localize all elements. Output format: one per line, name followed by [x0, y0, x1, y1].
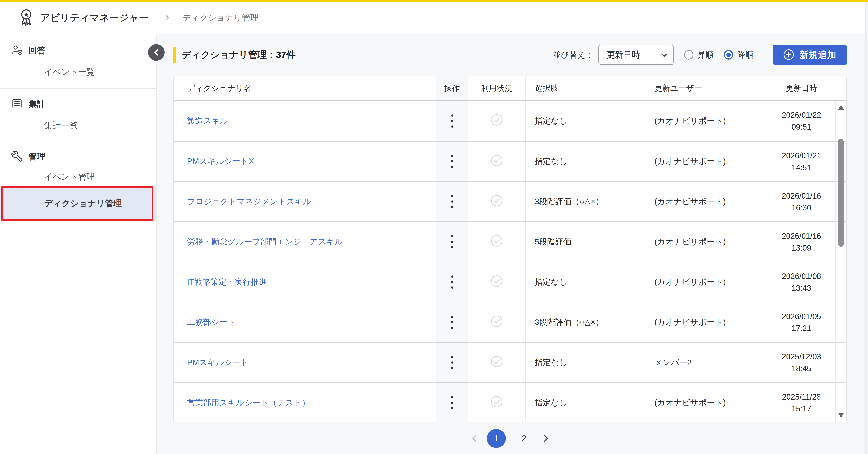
updated-user-cell: (カオナビサポート)	[645, 141, 766, 181]
dictionary-name-link[interactable]: 営業部用スキルシート（テスト）	[187, 397, 310, 408]
kebab-menu-icon[interactable]	[449, 273, 455, 291]
pagination: 1 2	[173, 427, 847, 450]
dictionary-name-link[interactable]: 製造スキル	[187, 116, 228, 126]
dictionary-name-link[interactable]: IT戦略策定・実行推進	[187, 277, 267, 287]
sidebar-item-dictionary-management[interactable]: ディクショナリ管理	[0, 188, 156, 219]
updated-at-cell: 2026/01/2209:51	[766, 101, 837, 141]
sort-label: 並び替え：	[553, 50, 594, 60]
triangle-down-icon[interactable]	[838, 413, 844, 418]
breadcrumb: アビリティマネージャー ディクショナリ管理	[19, 8, 258, 27]
sidebar-section-label: 回答	[28, 45, 45, 56]
pagination-next-icon[interactable]	[541, 435, 548, 442]
plus-circle-icon	[783, 49, 795, 61]
kebab-menu-icon[interactable]	[449, 112, 455, 130]
sidebar-section-management[interactable]: 管理	[0, 148, 156, 166]
kebab-menu-icon[interactable]	[449, 394, 455, 411]
updated-user-cell: (カオナビサポート)	[645, 302, 766, 342]
sidebar-section-label: 集計	[28, 98, 45, 110]
vertical-divider	[763, 45, 763, 64]
pagination-page-1[interactable]: 1	[487, 429, 506, 448]
dictionary-table-card: ディクショナリ名 操作 利用状況 選択肢 更新ユーザー 更新日時 製造スキル 指…	[173, 76, 847, 422]
choices-cell: 指定なし	[525, 262, 645, 302]
check-circle-icon	[491, 396, 503, 410]
table-row: PMスキルシート 指定なし メンバー2 2025/12/0318:45	[174, 342, 846, 382]
updated-at-cell: 2026/01/0517:21	[766, 302, 837, 342]
dictionary-name-link[interactable]: PMスキルシートX	[187, 156, 254, 167]
ascending-label: 昇順	[698, 50, 714, 60]
page-header: ディクショナリ管理：37件 並び替え： 更新日時 昇順 降順	[173, 44, 847, 66]
updated-at-cell: 2026/01/2114:51	[766, 141, 837, 181]
sort-field-value: 更新日時	[607, 49, 640, 61]
sidebar-collapse-button[interactable]	[148, 44, 164, 61]
pagination-page-2[interactable]: 2	[515, 429, 533, 448]
choices-cell: 指定なし	[525, 141, 645, 181]
sidebar-item-event-list[interactable]: イベント一覧	[0, 61, 156, 83]
dictionary-name-link[interactable]: プロジェクトマネジメントスキル	[187, 196, 311, 207]
kebab-menu-icon[interactable]	[449, 354, 455, 371]
pagination-prev-icon[interactable]	[472, 435, 479, 442]
radio-checked-icon	[724, 50, 733, 60]
triangle-up-icon[interactable]	[838, 105, 844, 109]
column-header-updated-user: 更新ユーザー	[645, 76, 766, 100]
sidebar-item-event-management[interactable]: イベント管理	[0, 166, 156, 188]
sidebar-item-label: イベント一覧	[44, 66, 95, 77]
column-header-choices: 選択肢	[525, 76, 645, 100]
table-row: IT戦略策定・実行推進 指定なし (カオナビサポート) 2026/01/0813…	[174, 262, 846, 302]
table-row: 製造スキル 指定なし (カオナビサポート) 2026/01/2209:51	[174, 101, 846, 141]
column-header-actions: 操作	[436, 76, 468, 100]
page-title: ディクショナリ管理：37件	[182, 49, 296, 61]
choices-cell: 5段階評価	[525, 222, 645, 262]
content-area: ディクショナリ管理：37件 並び替え： 更新日時 昇順 降順	[157, 34, 868, 454]
updated-at-cell: 2026/01/1616:30	[766, 182, 837, 221]
check-circle-icon	[491, 114, 503, 128]
table-row: 営業部用スキルシート（テスト） 指定なし (カオナビサポート) 2025/11/…	[174, 382, 846, 422]
updated-at-cell: 2025/11/2815:17	[766, 383, 837, 422]
kebab-menu-icon[interactable]	[449, 153, 455, 170]
updated-user-cell: (カオナビサポート)	[645, 101, 766, 141]
add-new-button[interactable]: 新規追加	[773, 44, 847, 65]
choices-cell: 指定なし	[525, 343, 645, 382]
person-check-icon	[11, 44, 23, 56]
dictionary-name-link[interactable]: 労務・勤怠グループ部門エンジニアスキル	[187, 236, 343, 247]
sidebar-item-label: ディクショナリ管理	[0, 198, 122, 209]
app-title[interactable]: アビリティマネージャー	[40, 11, 149, 24]
dictionary-name-link[interactable]: 工務部シート	[187, 317, 236, 328]
sort-descending-radio[interactable]: 降順	[724, 50, 753, 60]
kebab-menu-icon[interactable]	[449, 193, 455, 210]
sidebar-item-aggregation-list[interactable]: 集計一覧	[0, 114, 156, 137]
sort-field-dropdown[interactable]: 更新日時	[598, 45, 674, 65]
page-scrollbar[interactable]	[865, 2, 868, 454]
chevron-down-icon	[661, 52, 667, 57]
kebab-menu-icon[interactable]	[449, 233, 455, 250]
sort-controls: 並び替え： 更新日時 昇順 降順	[553, 44, 847, 65]
sort-ascending-radio[interactable]: 昇順	[684, 50, 714, 60]
sidebar: 回答 イベント一覧 集計 集計一覧	[0, 34, 157, 454]
check-circle-icon	[491, 355, 503, 369]
table-scrollbar[interactable]	[837, 102, 845, 420]
sidebar-section-aggregation[interactable]: 集計	[0, 94, 156, 114]
updated-at-cell: 2025/12/0318:45	[766, 343, 837, 382]
table-row: PMスキルシートX 指定なし (カオナビサポート) 2026/01/2114:5…	[174, 141, 846, 181]
dictionary-name-link[interactable]: PMスキルシート	[187, 357, 249, 368]
updated-user-cell: (カオナビサポート)	[645, 262, 766, 302]
table-header-row: ディクショナリ名 操作 利用状況 選択肢 更新ユーザー 更新日時	[174, 76, 846, 101]
check-circle-icon	[491, 195, 503, 209]
breadcrumb-current: ディクショナリ管理	[183, 12, 258, 23]
table-row: 工務部シート 3段階評価（○△×） (カオナビサポート) 2026/01/051…	[174, 302, 846, 342]
scrollbar-separator	[835, 101, 836, 422]
check-circle-icon	[491, 315, 503, 329]
sidebar-divider	[0, 142, 156, 142]
check-circle-icon	[491, 235, 503, 249]
breadcrumb-separator-icon	[163, 14, 169, 21]
scrollbar-thumb[interactable]	[838, 139, 843, 247]
wrench-icon	[11, 151, 23, 163]
accent-top-strip	[0, 0, 868, 2]
column-header-name: ディクショナリ名	[174, 76, 436, 100]
column-header-usage: 利用状況	[468, 76, 525, 100]
updated-user-cell: メンバー2	[645, 343, 766, 382]
sidebar-section-answer[interactable]: 回答	[0, 40, 156, 61]
kebab-menu-icon[interactable]	[449, 314, 455, 331]
award-icon	[19, 8, 34, 27]
choices-cell: 指定なし	[525, 101, 645, 141]
sidebar-divider	[0, 88, 156, 89]
